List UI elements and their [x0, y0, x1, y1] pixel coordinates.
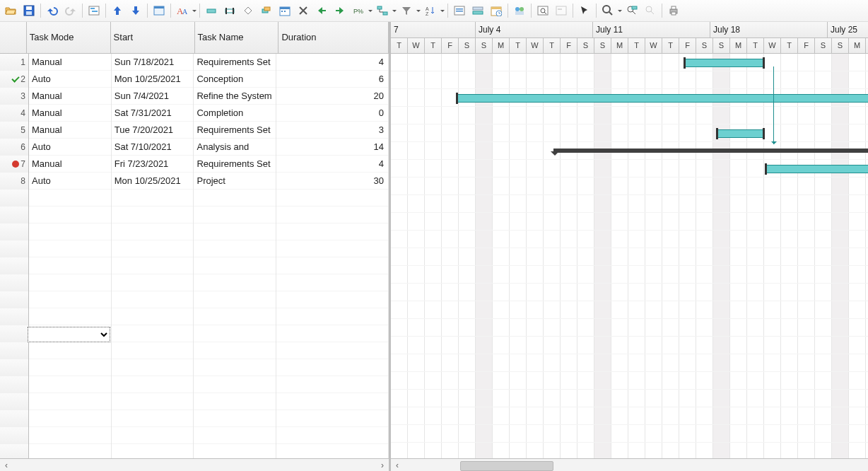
- move-down-icon[interactable]: [127, 1, 145, 20]
- table-row[interactable]: [0, 207, 389, 223]
- cell-duration[interactable]: [276, 325, 389, 342]
- cell-task_mode[interactable]: Manual: [29, 156, 112, 173]
- manual-icon[interactable]: [221, 1, 239, 20]
- cell-start[interactable]: Mon 10/25/2021: [112, 71, 194, 88]
- cell-task_mode[interactable]: Auto: [29, 139, 112, 156]
- scroll-left-button[interactable]: ‹: [0, 460, 13, 471]
- task-info-icon[interactable]: [450, 1, 469, 20]
- delete-icon[interactable]: [294, 1, 312, 20]
- print-icon[interactable]: [664, 1, 683, 20]
- column-header-task_name[interactable]: Task Name: [195, 22, 279, 53]
- gantt-row[interactable]: [391, 89, 868, 107]
- filter-icon-dropdown[interactable]: [416, 2, 421, 19]
- cell-duration[interactable]: [276, 207, 389, 223]
- table-row[interactable]: 2AutoMon 10/25/2021Conception6: [0, 71, 389, 88]
- task-bar-cap[interactable]: [716, 128, 718, 139]
- cell-task_name[interactable]: Analysis and: [194, 139, 276, 156]
- row-indicator[interactable]: [0, 325, 29, 342]
- cell-start[interactable]: [112, 342, 194, 359]
- task-bar[interactable]: [456, 94, 868, 103]
- task-bar[interactable]: [765, 165, 868, 173]
- table-row[interactable]: [0, 427, 389, 444]
- select-icon[interactable]: [575, 1, 594, 20]
- cell-task_name[interactable]: Requirements Set: [194, 122, 276, 139]
- day-header[interactable]: M: [611, 38, 628, 54]
- table-row[interactable]: 5ManualTue 7/20/2021Requirements Set3: [0, 122, 389, 139]
- cell-task_name[interactable]: [194, 359, 276, 376]
- row-indicator[interactable]: [0, 291, 29, 308]
- cell-duration[interactable]: 3: [276, 122, 389, 139]
- cell-task_mode[interactable]: [29, 427, 112, 444]
- font-icon-dropdown[interactable]: [192, 2, 197, 19]
- today-icon[interactable]: [150, 1, 168, 20]
- dependency-link[interactable]: [773, 66, 774, 144]
- zoom-sel-icon[interactable]: [552, 1, 570, 20]
- cell-duration[interactable]: 4: [276, 54, 389, 71]
- table-row[interactable]: [0, 308, 389, 325]
- cell-start[interactable]: Sun 7/4/2021: [112, 88, 194, 105]
- scroll-right-button[interactable]: ›: [376, 460, 389, 471]
- summary-bar[interactable]: [553, 149, 868, 153]
- row-indicator[interactable]: [0, 444, 29, 458]
- day-header[interactable]: F: [442, 38, 459, 54]
- cell-start[interactable]: Sat 7/10/2021: [112, 139, 194, 156]
- day-header[interactable]: S: [476, 38, 493, 54]
- gantt-row[interactable]: [391, 248, 868, 266]
- row-indicator[interactable]: [0, 223, 29, 240]
- link-icon[interactable]: [373, 1, 392, 20]
- day-header[interactable]: W: [645, 38, 662, 54]
- cell-duration[interactable]: [276, 240, 389, 257]
- font-icon[interactable]: AA: [173, 1, 192, 20]
- gantt-row[interactable]: [391, 301, 868, 319]
- gantt-row[interactable]: [391, 195, 868, 213]
- cell-task_mode[interactable]: [29, 274, 112, 291]
- recurring-icon[interactable]: [257, 1, 276, 20]
- cell-start[interactable]: Sun 7/18/2021: [112, 54, 194, 71]
- cell-task_mode[interactable]: [29, 240, 112, 257]
- cell-task_name[interactable]: Conception: [194, 71, 276, 88]
- gantt-row[interactable]: [391, 407, 868, 425]
- gantt-row[interactable]: [391, 390, 868, 407]
- row-indicator[interactable]: [0, 190, 29, 207]
- cell-start[interactable]: [112, 376, 194, 393]
- gantt-row[interactable]: [391, 266, 868, 284]
- resources-icon[interactable]: [510, 1, 529, 20]
- week-header[interactable]: July 18: [710, 22, 828, 37]
- zoom-icon[interactable]: [599, 1, 617, 20]
- gantt-view-icon[interactable]: [85, 1, 103, 20]
- cell-task_mode[interactable]: Auto: [29, 173, 112, 190]
- day-header[interactable]: T: [510, 38, 527, 54]
- day-header[interactable]: T: [425, 38, 442, 54]
- cell-duration[interactable]: 14: [276, 139, 389, 156]
- cell-duration[interactable]: [276, 410, 389, 427]
- row-indicator[interactable]: 5: [0, 122, 29, 139]
- cell-task_mode[interactable]: [29, 444, 112, 458]
- gantt-row[interactable]: [391, 284, 868, 301]
- gantt-row[interactable]: [391, 319, 868, 337]
- day-header[interactable]: T: [628, 38, 645, 54]
- day-header[interactable]: T: [391, 38, 408, 54]
- cell-task_mode[interactable]: [29, 291, 112, 308]
- row-indicator[interactable]: 2: [0, 71, 29, 88]
- task-bar[interactable]: [684, 59, 765, 67]
- cell-task_name[interactable]: [194, 190, 276, 207]
- cell-task_mode[interactable]: Manual: [29, 54, 112, 71]
- cell-duration[interactable]: [276, 274, 389, 291]
- task-mode-select[interactable]: [28, 327, 110, 342]
- day-header[interactable]: S: [815, 38, 832, 54]
- day-header[interactable]: S: [713, 38, 730, 54]
- cell-task_mode[interactable]: [29, 207, 112, 223]
- table-row[interactable]: 8AutoMon 10/25/2021Project30: [0, 173, 389, 190]
- day-header[interactable]: W: [408, 38, 425, 54]
- cell-task_name[interactable]: [194, 240, 276, 257]
- cell-task_mode[interactable]: [29, 342, 112, 359]
- task-bar-cap[interactable]: [763, 128, 765, 139]
- cell-start[interactable]: [112, 240, 194, 257]
- table-row[interactable]: [0, 257, 389, 274]
- cell-task_name[interactable]: Completion: [194, 105, 276, 122]
- cell-duration[interactable]: 30: [276, 173, 389, 190]
- task-grid-body[interactable]: 1ManualSun 7/18/2021Requirements Set42Au…: [0, 54, 389, 458]
- cell-start[interactable]: Mon 10/25/2021: [112, 173, 194, 190]
- gantt-row[interactable]: [391, 107, 868, 124]
- gantt-row[interactable]: [391, 54, 868, 71]
